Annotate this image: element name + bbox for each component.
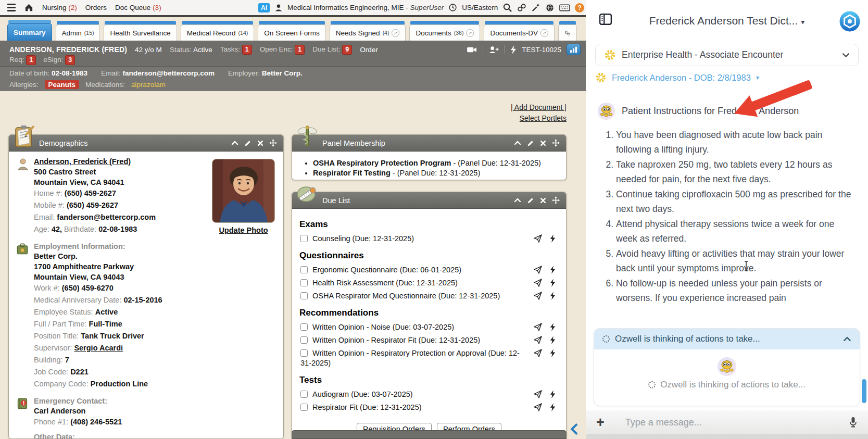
keyboard-icon[interactable] (559, 4, 570, 12)
thinking-card-header[interactable]: Ozwell is thinking of actions to take... (594, 329, 860, 349)
send-icon[interactable] (534, 234, 542, 243)
move-icon[interactable] (552, 196, 560, 204)
panel-membership-header[interactable]: Panel Membership (292, 135, 566, 152)
globe-icon[interactable] (545, 3, 555, 12)
collapse-icon[interactable] (514, 198, 521, 203)
nav-doc-queue[interactable]: Doc Queue (3) (115, 4, 161, 11)
allergy-badge[interactable]: Peanuts (45, 80, 80, 89)
add-attachment-button[interactable]: + (596, 416, 605, 430)
move-icon[interactable] (269, 139, 277, 147)
link-icon[interactable] (517, 3, 526, 12)
external-link-icon[interactable]: ↗ (466, 29, 474, 37)
due-list-header[interactable]: Due List (292, 192, 566, 209)
external-link-icon[interactable]: ↗ (540, 29, 548, 37)
external-link-icon[interactable]: ↗ (392, 29, 399, 37)
quick-action-bolt-icon[interactable] (550, 266, 556, 274)
move-icon[interactable] (552, 139, 560, 147)
panel-item: Respirator Fit Testing - (Panel Due: 12-… (313, 169, 559, 177)
user-icon (274, 4, 283, 12)
message-input[interactable] (625, 417, 845, 428)
checkbox[interactable] (300, 279, 308, 286)
checkbox[interactable] (300, 266, 308, 273)
tab-summary[interactable]: Summary (7, 23, 52, 41)
quick-action-bolt-icon[interactable] (550, 234, 556, 243)
collapse-icon[interactable] (514, 141, 521, 145)
checkbox[interactable] (300, 349, 308, 357)
bolt-icon[interactable] (510, 45, 517, 54)
tab-admin[interactable]: Admin(15) (56, 24, 100, 41)
quick-action-bolt-icon[interactable] (550, 323, 556, 331)
chart-button[interactable] (567, 44, 581, 55)
quick-action-bolt-icon[interactable] (550, 292, 556, 300)
close-icon[interactable] (540, 197, 546, 204)
portlet-tools (231, 139, 283, 147)
ozwell-logo[interactable] (839, 10, 861, 32)
home-icon[interactable] (24, 3, 34, 12)
send-icon[interactable] (534, 403, 542, 411)
scrollbar-thumb[interactable] (862, 379, 866, 403)
quick-action-bolt-icon[interactable] (550, 336, 556, 344)
quick-action-bolt-icon[interactable] (550, 349, 556, 357)
patient-context-link[interactable]: Frederick Anderson - DOB: 2/8/1983 ▾ (595, 72, 859, 83)
tasks-count-badge[interactable]: 1 (242, 45, 252, 55)
conversation-title-dropdown[interactable]: Frederick Anderson Test Dict...▾ (586, 15, 868, 27)
checkbox[interactable] (300, 323, 308, 331)
wand-icon[interactable] (531, 3, 540, 12)
encounter-selector[interactable]: Enterprise Health - Associate Encounter (595, 44, 859, 66)
close-icon[interactable] (257, 140, 263, 146)
tab-documents[interactable]: Documents(36)↗ (409, 24, 480, 41)
search-icon[interactable] (502, 3, 512, 12)
home-phone: Home #: (650) 459-2627 (34, 188, 276, 199)
tab-on-screen-forms[interactable]: On Screen Forms (258, 24, 326, 41)
spinner-icon (648, 381, 656, 388)
open-enc-count-badge[interactable]: 1 (295, 45, 305, 55)
close-icon[interactable] (540, 140, 546, 146)
encounter-label: Enterprise Health - Associate Encounter (622, 49, 783, 60)
send-icon[interactable] (534, 336, 542, 344)
help-icon[interactable]: ? (575, 3, 584, 12)
medication-link[interactable]: alprazolam (131, 81, 166, 89)
video-camera-icon[interactable] (467, 46, 477, 54)
esign-count-badge[interactable]: 3 (65, 55, 75, 65)
add-document-link[interactable]: | Add Document | (511, 103, 567, 111)
due-list-count-badge[interactable]: 9 (342, 45, 352, 55)
edit-icon[interactable] (527, 197, 534, 204)
checkbox[interactable] (300, 292, 308, 299)
send-icon[interactable] (534, 279, 542, 287)
nav-orders[interactable]: Orders (85, 4, 107, 11)
order-link[interactable]: Order (360, 46, 378, 54)
collapse-icon[interactable] (231, 141, 238, 145)
quick-action-bolt-icon[interactable] (550, 403, 556, 411)
edit-icon[interactable] (244, 140, 251, 147)
menu-icon[interactable] (7, 4, 16, 11)
demographics-header[interactable]: Demographics (9, 135, 283, 152)
send-icon[interactable] (534, 266, 542, 274)
req-count-badge[interactable]: 1 (26, 55, 36, 65)
checkbox[interactable] (300, 404, 308, 411)
quick-action-bolt-icon[interactable] (550, 279, 556, 287)
add-user-icon[interactable] (488, 45, 499, 54)
checkbox[interactable] (300, 235, 308, 242)
send-icon[interactable] (534, 323, 542, 331)
patient-name-link[interactable]: Anderson, Frederick (Fred) (34, 157, 131, 166)
microphone-icon[interactable] (849, 417, 858, 428)
checkbox[interactable] (300, 336, 308, 344)
send-icon[interactable] (534, 390, 542, 398)
tab-settings-gear[interactable] (558, 24, 577, 41)
quick-action-bolt-icon[interactable] (550, 390, 556, 398)
tab-needs-signed[interactable]: Needs Signed(4)↗ (330, 24, 406, 41)
nav-nursing[interactable]: Nursing (2) (42, 4, 77, 11)
checkbox[interactable] (300, 391, 308, 398)
collapse-panel-arrow-icon[interactable] (570, 423, 578, 435)
tab-medical-record[interactable]: Medical Record(14) (181, 24, 254, 41)
send-icon[interactable] (534, 349, 542, 357)
timezone-label[interactable]: US/Eastern (462, 4, 498, 11)
tab-documents-dv[interactable]: Documents-DV↗ (484, 24, 555, 41)
tab-health-surveillance[interactable]: Health Surveillance (104, 24, 177, 41)
select-portlets-link[interactable]: Select Portlets (520, 114, 567, 122)
ai-badge[interactable]: AI (258, 3, 270, 12)
chevron-up-icon[interactable] (843, 336, 851, 342)
send-icon[interactable] (534, 292, 542, 300)
supervisor-link[interactable]: Sergio Acardi (74, 344, 123, 352)
edit-icon[interactable] (527, 140, 534, 147)
